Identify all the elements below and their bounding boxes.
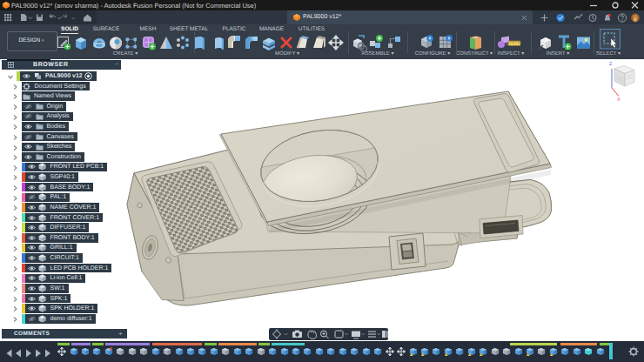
svg-text:X: X bbox=[617, 97, 621, 103]
svg-text:Z: Z bbox=[609, 62, 613, 67]
